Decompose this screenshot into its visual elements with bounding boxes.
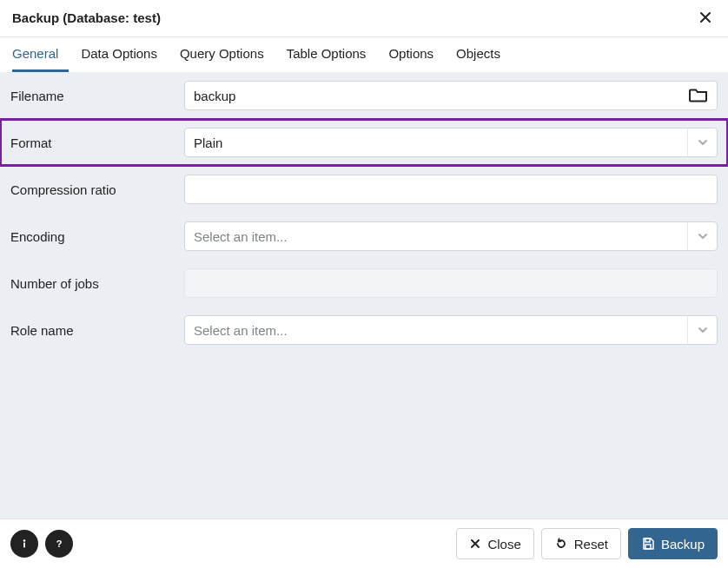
label-format: Format <box>10 135 184 150</box>
tab-table-options[interactable]: Table Options <box>287 37 377 72</box>
save-icon <box>641 537 655 551</box>
chevron-down-icon <box>687 129 717 156</box>
svg-text:?: ? <box>56 538 63 549</box>
tab-options[interactable]: Options <box>388 37 444 72</box>
filename-input[interactable]: backup <box>184 81 718 110</box>
backup-button-label: Backup <box>661 537 705 551</box>
close-button-label: Close <box>487 537 520 551</box>
row-format: Format Plain <box>0 119 728 166</box>
dialog-header: Backup (Database: test) <box>0 0 728 37</box>
row-encoding: Encoding Select an item... <box>0 213 728 260</box>
jobs-input <box>184 268 718 298</box>
reset-icon <box>554 537 568 551</box>
format-select[interactable]: Plain <box>184 128 718 157</box>
info-button[interactable] <box>10 530 38 558</box>
label-jobs: Number of jobs <box>10 276 184 291</box>
close-icon <box>698 10 712 24</box>
tabs: General Data Options Query Options Table… <box>0 37 728 72</box>
rolename-select[interactable]: Select an item... <box>184 315 718 345</box>
svg-rect-5 <box>645 538 650 542</box>
label-compression: Compression ratio <box>10 182 184 197</box>
dialog-title: Backup (Database: test) <box>12 10 161 25</box>
format-value: Plain <box>194 135 222 150</box>
row-jobs: Number of jobs <box>0 260 728 307</box>
dialog-body: Filename backup Format Plain <box>0 72 728 518</box>
encoding-placeholder: Select an item... <box>194 229 288 244</box>
row-rolename: Role name Select an item... <box>0 307 728 353</box>
chevron-down-icon <box>687 222 717 250</box>
reset-button-label: Reset <box>574 537 608 551</box>
info-icon <box>17 537 31 551</box>
filename-value: backup <box>194 89 682 103</box>
tab-objects[interactable]: Objects <box>456 37 511 72</box>
label-rolename: Role name <box>10 323 184 338</box>
dialog-footer: ? Close Reset Backup <box>0 518 728 568</box>
close-icon-button[interactable] <box>695 7 716 28</box>
svg-point-1 <box>23 539 26 542</box>
folder-icon[interactable] <box>682 87 708 105</box>
label-filename: Filename <box>10 89 184 103</box>
question-icon: ? <box>52 537 66 551</box>
tab-general[interactable]: General <box>12 37 69 72</box>
chevron-down-icon <box>687 316 717 344</box>
reset-button[interactable]: Reset <box>541 528 621 559</box>
encoding-select[interactable]: Select an item... <box>184 221 718 251</box>
compression-input[interactable] <box>184 175 718 204</box>
svg-rect-6 <box>645 545 651 549</box>
rolename-placeholder: Select an item... <box>194 323 288 338</box>
row-filename: Filename backup <box>0 72 728 119</box>
tab-data-options[interactable]: Data Options <box>81 37 168 72</box>
help-button[interactable]: ? <box>45 530 73 558</box>
close-icon <box>469 538 481 550</box>
tab-query-options[interactable]: Query Options <box>180 37 275 72</box>
backup-button[interactable]: Backup <box>628 528 718 559</box>
label-encoding: Encoding <box>10 229 184 244</box>
row-compression: Compression ratio <box>0 166 728 213</box>
svg-rect-2 <box>23 543 25 548</box>
close-button[interactable]: Close <box>456 528 533 559</box>
